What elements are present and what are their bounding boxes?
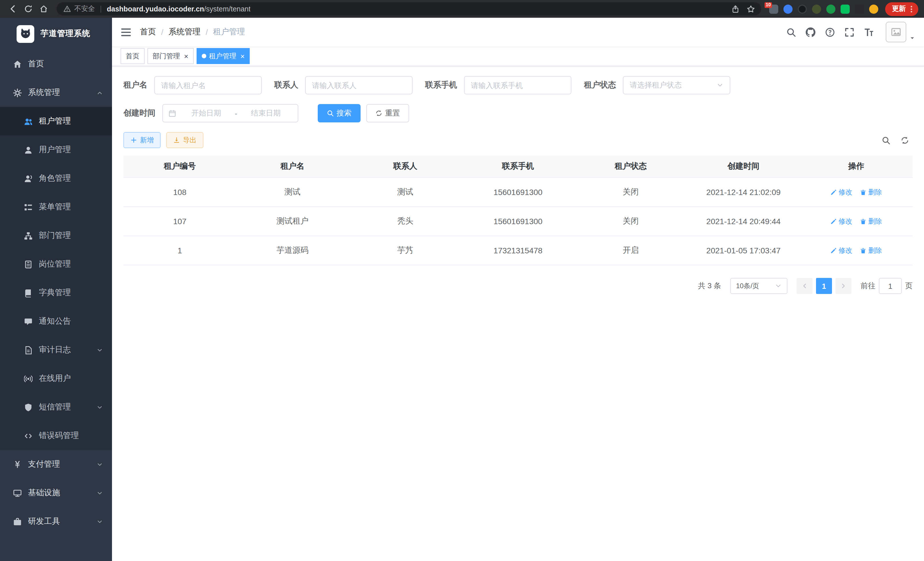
extension-icon-6[interactable] xyxy=(841,4,850,14)
tenant-status-select[interactable]: 请选择租户状态 xyxy=(623,76,730,94)
online-icon xyxy=(24,374,33,383)
sidebar-item-13[interactable]: 错误码管理 xyxy=(0,421,112,450)
sidebar-item-label: 错误码管理 xyxy=(39,431,79,441)
cell-operations: 修改删除 xyxy=(800,177,913,207)
audit-icon xyxy=(24,346,33,354)
delete-button[interactable]: 删除 xyxy=(860,187,882,197)
sidebar-item-7[interactable]: 岗位管理 xyxy=(0,250,112,278)
sidebar-item-5[interactable]: 菜单管理 xyxy=(0,193,112,221)
menu-list-icon xyxy=(24,203,33,211)
user-avatar[interactable] xyxy=(886,22,915,42)
column-header-1: 租户名 xyxy=(236,156,349,177)
back-icon[interactable] xyxy=(6,2,20,16)
code-icon xyxy=(24,432,33,440)
export-button[interactable]: 导出 xyxy=(166,132,203,148)
chevron-down-icon xyxy=(97,404,103,410)
sidebar-item-9[interactable]: 通知公告 xyxy=(0,307,112,336)
avatar-image-placeholder xyxy=(886,22,906,42)
phone-label: 联系手机 xyxy=(425,80,457,90)
close-icon[interactable]: × xyxy=(184,52,188,60)
sidebar-item-8[interactable]: 字典管理 xyxy=(0,278,112,307)
sidebar-item-15[interactable]: 基础设施 xyxy=(0,479,112,507)
tenant-name-input[interactable] xyxy=(154,76,262,94)
extension-icon-8[interactable] xyxy=(869,4,878,14)
delete-button[interactable]: 删除 xyxy=(860,246,882,255)
extension-icon-1[interactable]: 10 xyxy=(769,4,778,14)
chevron-left-icon xyxy=(801,283,808,289)
sidebar-item-2[interactable]: 租户管理 xyxy=(0,107,112,135)
delete-label: 删除 xyxy=(868,187,882,197)
edit-button[interactable]: 修改 xyxy=(831,187,852,197)
extension-icon-5[interactable] xyxy=(826,4,836,14)
sidebar-item-14[interactable]: 支付管理 xyxy=(0,450,112,479)
fullscreen-icon[interactable] xyxy=(844,27,854,37)
contact-input[interactable] xyxy=(305,76,412,94)
delete-icon xyxy=(860,218,867,224)
add-button[interactable]: 新增 xyxy=(123,132,160,148)
sidebar-item-3[interactable]: 用户管理 xyxy=(0,135,112,164)
edit-button[interactable]: 修改 xyxy=(831,217,852,226)
sidebar-item-16[interactable]: 研发工具 xyxy=(0,507,112,536)
share-icon xyxy=(731,5,739,13)
page-size-select[interactable]: 10条/页 xyxy=(730,278,788,294)
hamburger-icon[interactable] xyxy=(121,27,131,38)
goto-page-input[interactable] xyxy=(879,278,902,294)
edit-button[interactable]: 修改 xyxy=(831,246,852,255)
goto-label: 前往 xyxy=(861,281,875,291)
sidebar-item-label: 研发工具 xyxy=(28,516,60,527)
sidebar-item-6[interactable]: 部门管理 xyxy=(0,221,112,250)
tenant-status-label: 租户状态 xyxy=(584,80,616,90)
tab-0[interactable]: 首页 xyxy=(121,48,145,64)
reset-refresh-icon xyxy=(375,110,382,117)
close-icon[interactable]: × xyxy=(240,52,244,60)
filter-field-tenant-name: 租户名 xyxy=(123,76,262,94)
infra-icon xyxy=(13,489,22,497)
sidebar-item-label: 字典管理 xyxy=(39,288,71,298)
url-text: dashboard.yudao.iocoder.cn/system/tenant xyxy=(107,5,250,13)
refresh-table-icon[interactable] xyxy=(901,136,909,144)
post-icon xyxy=(24,260,33,268)
breadcrumb-item-0[interactable]: 首页 xyxy=(140,27,156,37)
sidebar-item-label: 用户管理 xyxy=(39,145,71,155)
share-button[interactable] xyxy=(728,2,742,16)
sidebar-item-11[interactable]: 在线用户 xyxy=(0,364,112,393)
logo[interactable]: 芋道管理系统 xyxy=(0,18,112,50)
bookmark-button[interactable] xyxy=(743,2,758,16)
sidebar-item-10[interactable]: 审计日志 xyxy=(0,336,112,364)
sidebar-item-12[interactable]: 短信管理 xyxy=(0,393,112,421)
sidebar-item-label: 部门管理 xyxy=(39,230,71,241)
create-time-range-picker[interactable]: 开始日期 - 结束日期 xyxy=(162,104,298,122)
update-button[interactable]: 更新 xyxy=(885,2,918,16)
sms-icon xyxy=(24,403,33,411)
kebab-menu-icon[interactable] xyxy=(908,5,915,13)
font-size-icon[interactable] xyxy=(864,27,874,37)
phone-input[interactable] xyxy=(464,76,572,94)
extension-icon-2[interactable] xyxy=(783,4,793,14)
sidebar-item-4[interactable]: 角色管理 xyxy=(0,164,112,193)
toggle-search-icon[interactable] xyxy=(882,136,890,144)
home-button[interactable] xyxy=(37,2,51,16)
help-icon[interactable] xyxy=(825,27,835,37)
github-icon[interactable] xyxy=(806,27,815,37)
edit-icon xyxy=(831,247,837,254)
next-page-button[interactable] xyxy=(836,278,851,294)
extension-icon-4[interactable] xyxy=(812,4,821,14)
sidebar-item-0[interactable]: 首页 xyxy=(0,50,112,78)
tab-label: 部门管理 xyxy=(153,51,180,61)
add-button-label: 新增 xyxy=(140,135,154,145)
prev-page-button[interactable] xyxy=(796,278,813,294)
search-icon[interactable] xyxy=(786,27,796,37)
breadcrumb: 首页/系统管理/租户管理 xyxy=(140,27,245,37)
url-bar[interactable]: 不安全 dashboard.yudao.iocoder.cn/system/te… xyxy=(57,2,761,15)
page-number-1[interactable]: 1 xyxy=(816,278,832,294)
delete-button[interactable]: 删除 xyxy=(860,217,882,226)
extension-icon-3[interactable] xyxy=(798,4,807,14)
tab-1[interactable]: 部门管理× xyxy=(147,48,194,64)
tab-2[interactable]: 租户管理× xyxy=(196,48,250,64)
reload-button[interactable] xyxy=(21,2,35,16)
extension-icon-7[interactable] xyxy=(855,4,864,14)
sidebar-item-1[interactable]: 系统管理 xyxy=(0,78,112,107)
reset-button[interactable]: 重置 xyxy=(366,104,409,122)
breadcrumb-item-1[interactable]: 系统管理 xyxy=(169,27,201,37)
search-button[interactable]: 搜索 xyxy=(318,104,361,122)
